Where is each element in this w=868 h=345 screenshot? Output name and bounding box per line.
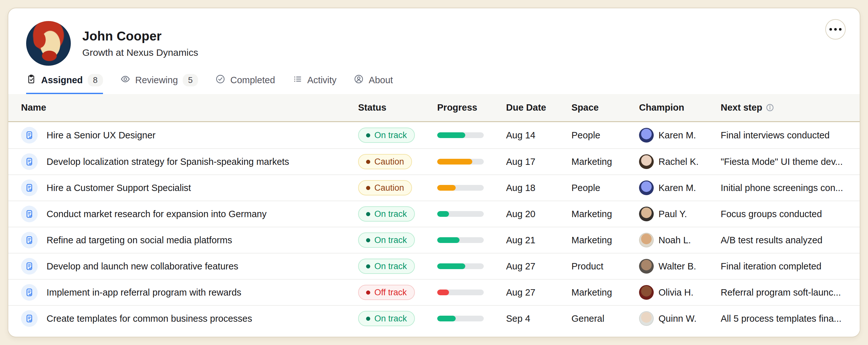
task-name: Conduct market research for expansion in… bbox=[46, 209, 267, 219]
tab-reviewing[interactable]: Reviewing 5 bbox=[120, 74, 198, 94]
progress-fill bbox=[437, 159, 472, 164]
champion-cell: Walter B. bbox=[639, 259, 721, 274]
column-header-champion: Champion bbox=[639, 102, 721, 113]
next-step: Initial phone screenings con... bbox=[721, 183, 847, 193]
task-doc-icon bbox=[21, 180, 38, 196]
task-doc-icon bbox=[21, 310, 38, 327]
progress-fill bbox=[437, 132, 465, 138]
due-date: Sep 4 bbox=[506, 313, 571, 324]
column-header-status: Status bbox=[358, 102, 437, 113]
tab-completed[interactable]: Completed bbox=[215, 74, 275, 94]
tab-label: About bbox=[369, 75, 393, 86]
status-dot-icon bbox=[366, 186, 370, 190]
profile-avatar bbox=[26, 21, 71, 66]
tab-count-badge: 8 bbox=[88, 74, 103, 86]
tab-bar: Assigned 8 Reviewing 5 Completed Activit… bbox=[8, 74, 860, 94]
status-badge: On track bbox=[358, 232, 415, 248]
task-name: Hire a Customer Support Specialist bbox=[46, 183, 191, 193]
tab-label: Assigned bbox=[41, 75, 83, 86]
table-row[interactable]: Develop and launch new collaborative fea… bbox=[8, 253, 860, 279]
progress-bar bbox=[437, 316, 484, 321]
clipboard-check-icon bbox=[26, 74, 36, 86]
champion-name: Walter B. bbox=[658, 261, 696, 272]
tab-about[interactable]: About bbox=[354, 74, 393, 94]
task-name-cell[interactable]: Develop and launch new collaborative fea… bbox=[21, 258, 358, 275]
champion-avatar bbox=[639, 128, 654, 143]
due-date: Aug 21 bbox=[506, 235, 571, 246]
champion-cell: Karen M. bbox=[639, 128, 721, 143]
table-row[interactable]: Conduct market research for expansion in… bbox=[8, 200, 860, 227]
status-dot-icon bbox=[366, 290, 370, 294]
tab-label: Completed bbox=[230, 75, 275, 86]
task-name-cell[interactable]: Hire a Customer Support Specialist bbox=[21, 180, 358, 196]
eye-icon bbox=[120, 74, 130, 86]
more-options-button[interactable] bbox=[825, 19, 846, 39]
task-name-cell[interactable]: Develop localization strategy for Spanis… bbox=[21, 153, 358, 170]
status-dot-icon bbox=[366, 238, 370, 242]
task-name: Create templates for common business pro… bbox=[46, 313, 252, 324]
task-name: Implement in-app referral program with r… bbox=[46, 287, 241, 298]
progress-bar bbox=[437, 132, 484, 138]
progress-bar bbox=[437, 289, 484, 295]
task-name: Develop and launch new collaborative fea… bbox=[46, 261, 238, 272]
progress-cell bbox=[437, 316, 506, 321]
next-step: Final iteration completed bbox=[721, 261, 847, 272]
task-name-cell[interactable]: Implement in-app referral program with r… bbox=[21, 284, 358, 301]
task-doc-icon bbox=[21, 127, 38, 144]
status-badge: On track bbox=[358, 311, 415, 326]
table-row[interactable]: Hire a Customer Support Specialist Cauti… bbox=[8, 175, 860, 200]
task-table-body: Hire a Senior UX Designer On track Aug 1… bbox=[8, 122, 860, 331]
champion-avatar bbox=[639, 181, 654, 195]
due-date: Aug 18 bbox=[506, 183, 571, 193]
tab-assigned[interactable]: Assigned 8 bbox=[26, 74, 103, 94]
champion-name: Rachel K. bbox=[658, 157, 699, 167]
status-cell: Off track bbox=[358, 285, 437, 300]
champion-avatar bbox=[639, 259, 654, 274]
progress-cell bbox=[437, 185, 506, 191]
info-icon[interactable] bbox=[766, 103, 774, 112]
progress-fill bbox=[437, 185, 456, 191]
status-label: On track bbox=[374, 314, 407, 324]
status-badge: Off track bbox=[358, 285, 415, 300]
task-name-cell[interactable]: Refine ad targeting on social media plat… bbox=[21, 232, 358, 248]
progress-cell bbox=[437, 237, 506, 243]
space: General bbox=[571, 313, 639, 324]
table-row[interactable]: Implement in-app referral program with r… bbox=[8, 279, 860, 305]
progress-bar bbox=[437, 159, 484, 164]
profile-card: John Cooper Growth at Nexus Dynamics Ass… bbox=[8, 8, 860, 337]
status-badge: On track bbox=[358, 128, 415, 143]
task-name-cell[interactable]: Hire a Senior UX Designer bbox=[21, 127, 358, 144]
task-doc-icon bbox=[21, 258, 38, 275]
champion-avatar bbox=[639, 233, 654, 247]
tab-activity[interactable]: Activity bbox=[292, 74, 337, 94]
progress-cell bbox=[437, 263, 506, 269]
space: Marketing bbox=[571, 209, 639, 219]
champion-name: Karen M. bbox=[658, 130, 696, 140]
due-date: Aug 17 bbox=[506, 157, 571, 167]
tab-count-badge: 5 bbox=[183, 74, 198, 86]
due-date: Aug 27 bbox=[506, 287, 571, 298]
champion-cell: Rachel K. bbox=[639, 154, 721, 169]
tab-label: Reviewing bbox=[135, 75, 178, 86]
status-label: Caution bbox=[374, 183, 404, 193]
progress-fill bbox=[437, 316, 456, 321]
status-label: Off track bbox=[374, 288, 407, 297]
task-name-cell[interactable]: Conduct market research for expansion in… bbox=[21, 206, 358, 222]
task-name-cell[interactable]: Create templates for common business pro… bbox=[21, 310, 358, 327]
task-name: Hire a Senior UX Designer bbox=[46, 130, 156, 140]
task-doc-icon bbox=[21, 206, 38, 222]
table-row[interactable]: Create templates for common business pro… bbox=[8, 305, 860, 331]
column-header-due-date: Due Date bbox=[506, 102, 571, 113]
task-doc-icon bbox=[21, 153, 38, 170]
progress-cell bbox=[437, 289, 506, 295]
status-cell: On track bbox=[358, 128, 437, 143]
status-badge: On track bbox=[358, 206, 415, 222]
champion-name: Noah L. bbox=[658, 235, 691, 246]
space: Marketing bbox=[571, 235, 639, 246]
column-header-space: Space bbox=[571, 102, 639, 113]
table-row[interactable]: Develop localization strategy for Spanis… bbox=[8, 148, 860, 175]
table-row[interactable]: Hire a Senior UX Designer On track Aug 1… bbox=[8, 122, 860, 148]
table-row[interactable]: Refine ad targeting on social media plat… bbox=[8, 227, 860, 253]
progress-fill bbox=[437, 237, 460, 243]
space: Product bbox=[571, 261, 639, 272]
